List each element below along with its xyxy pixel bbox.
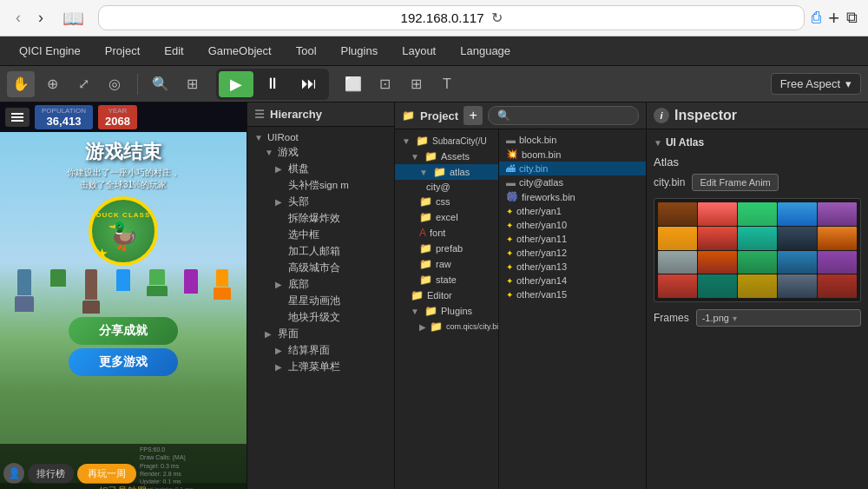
- avatar: 👤: [3, 463, 24, 484]
- folder-editor[interactable]: 📁 Editor: [395, 287, 498, 303]
- bookmarks-icon[interactable]: 📖: [56, 6, 91, 30]
- aspect-selector[interactable]: Free Aspect ▾: [771, 73, 861, 95]
- file-other-yan14[interactable]: ✦ other/yan14: [499, 274, 646, 287]
- file-other-van15[interactable]: ✦ other/van15: [499, 287, 646, 301]
- project-panel: 📁 Project + 🔍 ▼ 📁 SubaraCity(/U ▼ 📁 Asse…: [395, 102, 647, 489]
- folder-font[interactable]: A font: [395, 225, 498, 241]
- menu-icon[interactable]: [5, 108, 30, 127]
- atlas-row: city.bin Edit Frame Anim: [654, 174, 861, 191]
- more-games-button[interactable]: 更多游戏: [69, 348, 178, 376]
- folder-plugins[interactable]: ▼ 📁 Plugins: [395, 303, 498, 319]
- atlas-label: Atlas: [654, 155, 861, 169]
- tool-move[interactable]: ⊕: [38, 71, 66, 97]
- share-button[interactable]: 分享成就: [69, 317, 178, 345]
- inspector-panel: i Inspector ▼ UI Atlas Atlas city.bin Ed…: [647, 102, 868, 489]
- project-folder-icon: 📁: [402, 109, 415, 122]
- menu-bar: QICI Engine Project Edit GameObject Tool…: [0, 36, 868, 66]
- edit-frame-button[interactable]: Edit Frame Anim: [692, 174, 778, 191]
- inspector-title: Inspector: [674, 108, 737, 123]
- back-button[interactable]: ‹: [10, 7, 26, 29]
- leaderboard-button[interactable]: 排行榜: [28, 464, 74, 484]
- folder-prefab[interactable]: 📁 prefab: [395, 241, 498, 256]
- tool-grid[interactable]: ⊞: [178, 71, 206, 97]
- tree-item-game[interactable]: ▼ 游戏: [247, 144, 394, 161]
- frames-label: Frames: [654, 312, 689, 324]
- tool-scale[interactable]: ⤢: [69, 71, 97, 97]
- folder-assets[interactable]: ▼ 📁 Assets: [395, 149, 498, 164]
- folder-atlas[interactable]: ▼ 📁 atlas: [395, 164, 498, 180]
- tool-zoom[interactable]: 🔍: [147, 71, 174, 97]
- step-button[interactable]: ⏭: [292, 71, 326, 97]
- file-boom-bin[interactable]: 💥 boom.bin: [499, 147, 646, 162]
- van15-icon: ✦: [506, 290, 513, 300]
- arrow-head: ▶: [275, 197, 286, 207]
- tree-label-chessboard: 棋盘: [288, 162, 309, 175]
- tree-item-demolish[interactable]: 拆除爆炸效: [247, 210, 394, 227]
- menu-edit[interactable]: Edit: [152, 39, 195, 63]
- tree-item-settle[interactable]: ▶ 结算界面: [247, 342, 394, 359]
- address-bar[interactable]: 192.168.0.117 ↻: [98, 5, 805, 30]
- tree-item-upgrade[interactable]: 高级城市合: [247, 260, 394, 276]
- ui-atlas-section: ▼ UI Atlas: [654, 136, 861, 149]
- add-button[interactable]: +: [464, 106, 483, 125]
- file-other-yan13[interactable]: ✦ other/yan13: [499, 260, 646, 274]
- tree-item-tiles[interactable]: 地块升级文: [247, 309, 394, 326]
- play-button[interactable]: ▶: [219, 71, 253, 97]
- tree-item-uiroot[interactable]: ▼ UIRoot: [247, 130, 394, 144]
- boom-bin-icon: 💥: [506, 149, 518, 160]
- menu-layout[interactable]: Layout: [390, 39, 448, 63]
- tree-item-mail[interactable]: 加工人邮箱: [247, 243, 394, 260]
- menu-gameobject[interactable]: GameObject: [196, 39, 284, 63]
- folder-city-at[interactable]: city@: [395, 180, 498, 194]
- search-bar[interactable]: 🔍: [488, 106, 639, 125]
- tree-item-chessboard[interactable]: ▶ 棋盘: [247, 161, 394, 177]
- watermark: 妲己导航网: [0, 483, 247, 489]
- tree-item-ui[interactable]: ▶ 界面: [247, 326, 394, 342]
- forward-button[interactable]: ›: [33, 7, 49, 29]
- tree-item-bottom[interactable]: ▶ 底部: [247, 276, 394, 293]
- tool-rect[interactable]: ⬜: [339, 71, 367, 97]
- folder-excel[interactable]: 📁 excel: [395, 209, 498, 225]
- add-tab-button[interactable]: +: [828, 7, 839, 30]
- tool-anchor2[interactable]: ⊞: [402, 71, 430, 97]
- file-other-yan12[interactable]: ✦ other/yan12: [499, 246, 646, 260]
- menu-tool[interactable]: Tool: [284, 39, 329, 63]
- share-button[interactable]: ⎙: [812, 9, 821, 27]
- tree-item-select[interactable]: 选中框: [247, 227, 394, 243]
- main-layout: POPULATION 36,413 YEAR 2068 游戏结束 你建设出了一座…: [0, 102, 868, 489]
- replay-button[interactable]: 再玩一周: [77, 464, 136, 484]
- tree-item-headsign[interactable]: 头补偿sign m: [247, 177, 394, 194]
- tool-pan[interactable]: ✋: [7, 71, 35, 97]
- folder-subaracities[interactable]: ▼ 📁 SubaraCity(/U: [395, 133, 498, 149]
- tree-item-menu-bar[interactable]: ▶ 上弹菜单栏: [247, 359, 394, 375]
- tool-anchor[interactable]: ⊡: [371, 71, 398, 97]
- folder-com-qics[interactable]: ▶ 📁 com.qics/city.bi: [395, 319, 498, 334]
- menu-project[interactable]: Project: [93, 39, 152, 63]
- pause-button[interactable]: ⏸: [255, 71, 290, 97]
- tree-label-settle: 结算界面: [288, 344, 330, 357]
- menu-qici-engine[interactable]: QICI Engine: [7, 39, 93, 63]
- tool-text[interactable]: T: [433, 71, 461, 97]
- tool-rotate[interactable]: ◎: [101, 71, 128, 97]
- tabs-button[interactable]: ⧉: [846, 9, 858, 27]
- folder-raw[interactable]: 📁 raw: [395, 256, 498, 272]
- hierarchy-panel: ☰ Hierarchy ▼ UIRoot ▼ 游戏 ▶ 棋盘 头补偿sign m…: [247, 102, 395, 489]
- file-city-atlas[interactable]: ▬ city@atlas: [499, 175, 646, 189]
- file-block-bin[interactable]: ▬ block.bin: [499, 133, 646, 147]
- frames-select[interactable]: -1.png ▾: [696, 309, 861, 327]
- tree-item-head[interactable]: ▶ 头部: [247, 194, 394, 210]
- tree-item-stars[interactable]: 星星动画池: [247, 293, 394, 309]
- file-other-yan1[interactable]: ✦ other/yan1: [499, 204, 646, 218]
- folder-css[interactable]: 📁 css: [395, 194, 498, 209]
- tree-label-menu-bar: 上弹菜单栏: [288, 360, 340, 373]
- frames-value: -1.png: [702, 313, 729, 323]
- hierarchy-icon: ☰: [254, 108, 265, 121]
- file-fireworks-bin[interactable]: 🎆 fireworks.bin: [499, 189, 646, 204]
- menu-language[interactable]: Language: [448, 39, 523, 63]
- file-other-yan10[interactable]: ✦ other/yan10: [499, 218, 646, 232]
- file-city-bin[interactable]: 🏙 city.bin: [499, 162, 646, 175]
- menu-plugins[interactable]: Plugins: [329, 39, 391, 63]
- reload-button[interactable]: ↻: [491, 10, 503, 26]
- folder-state[interactable]: 📁 state: [395, 272, 498, 287]
- file-other-yan11[interactable]: ✦ other/yan11: [499, 232, 646, 246]
